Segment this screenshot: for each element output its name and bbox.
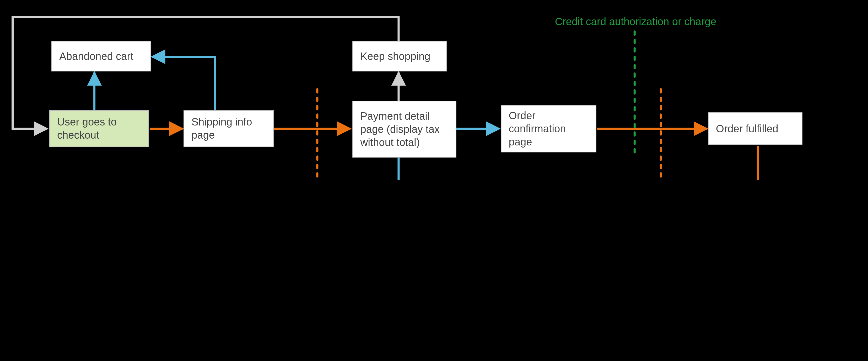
node-label: Payment detail page (display tax without… xyxy=(360,110,448,149)
node-abandoned-cart-1: Abandoned cart xyxy=(51,41,151,72)
node-shipping-info: Shipping info page xyxy=(184,110,274,147)
flow-diagram: User goes to checkout Abandoned cart Shi… xyxy=(0,0,868,180)
node-label: User goes to checkout xyxy=(57,115,141,142)
node-label: Shipping info page xyxy=(191,115,266,142)
node-label: Order confirmation page xyxy=(509,109,589,148)
annotation-credit-card: Credit card authorization or charge xyxy=(555,15,716,28)
arrow-shipping-to-abandoned xyxy=(152,57,215,110)
node-keep-shopping: Keep shopping xyxy=(352,41,447,72)
node-label: Keep shopping xyxy=(360,50,430,63)
node-order-fulfilled: Order fulfilled xyxy=(708,112,802,145)
node-label: Order fulfilled xyxy=(716,122,778,135)
node-payment-detail: Payment detail page (display tax without… xyxy=(352,101,456,158)
node-label: Abandoned cart xyxy=(59,50,133,63)
node-user-checkout: User goes to checkout xyxy=(49,110,149,147)
node-order-confirmation: Order confirmation page xyxy=(501,105,596,152)
arrow-fulfilled-to-returned xyxy=(598,146,758,180)
